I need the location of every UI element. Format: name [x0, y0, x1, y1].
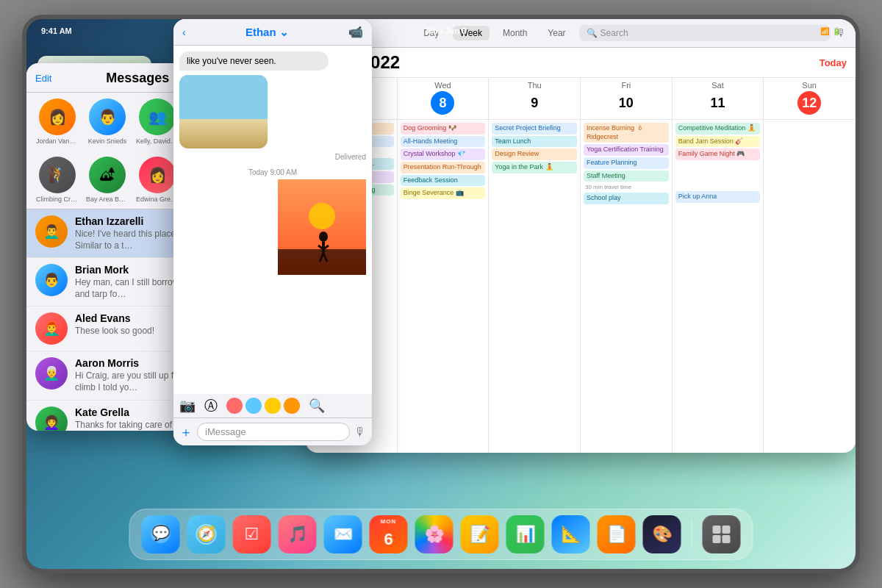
emoji-btn-1[interactable]	[226, 398, 243, 414]
dock-mail[interactable]: ✉️	[324, 515, 362, 553]
dock-pages[interactable]: 📄	[598, 515, 636, 553]
msg-name-aaron: Aaron Morris	[75, 357, 139, 369]
cal-col-sat: Sat 11	[673, 78, 764, 119]
dock-photos[interactable]: 🌸	[415, 515, 453, 553]
avatar-jordan[interactable]: 👩 Jordan Vandran…	[35, 98, 79, 145]
emoji-btn-3[interactable]	[265, 398, 281, 414]
chat-input-bar: ＋ iMessage 🎙	[173, 417, 372, 445]
svg-rect-14	[723, 526, 731, 534]
status-icons: 📶 🔋	[820, 27, 841, 35]
chat-toolbar: 📷 Ⓐ 🔍	[173, 394, 372, 417]
svg-rect-16	[723, 535, 731, 543]
event-family-game[interactable]: Family Game Night 🎮	[675, 148, 761, 160]
avatar-kelly-name: Kelly, David &…	[136, 137, 179, 145]
event-band-jam[interactable]: Band Jam Session 🎸	[675, 136, 761, 148]
ipad-frame: 9:41 AM Mon Jun 6 📶 🔋 🗺️ Files Recent ▸ …	[22, 15, 860, 573]
avatar-climbing-name: Climbing Crew	[36, 196, 79, 203]
avatar-climbing[interactable]: 🧗 Climbing Crew	[35, 157, 79, 203]
cal-col-thu: Thu 9	[489, 78, 581, 119]
event-feedback[interactable]: Feedback Session	[401, 175, 486, 187]
dock-notes[interactable]: 📝	[461, 515, 499, 553]
cal-col-wed: Wed 8	[398, 78, 490, 119]
bubble-received-1: like you've never seen.	[179, 51, 329, 71]
chat-window: ‹ Ethan ⌄ 📹 like you've never seen. Deli…	[173, 19, 372, 445]
emoji-btn-4[interactable]	[284, 398, 300, 414]
cal-col-sun: Sun 12	[764, 78, 856, 119]
chat-landscape-image	[179, 75, 268, 148]
svg-rect-2	[278, 249, 366, 275]
chat-silhouette-photo	[278, 179, 366, 275]
cal-col-fri: Fri 10	[581, 78, 673, 119]
status-time: 9:41 AM	[41, 26, 72, 35]
dock-safari[interactable]: 🧭	[187, 515, 226, 553]
dock-music[interactable]: 🎵	[279, 515, 317, 553]
cal-events-fri: Incense Burning 🕯 Ridgecrest Yoga Certif…	[581, 120, 673, 453]
edit-button[interactable]: Edit	[35, 73, 51, 84]
avatar-kelly[interactable]: 👥 Kelly, David &…	[135, 98, 179, 145]
svg-text:🧭: 🧭	[197, 525, 215, 542]
cal-events-wed: Dog Grooming 🐶 All-Hands Meeting Crystal…	[398, 120, 490, 453]
event-yoga-park[interactable]: Yoga in the Park 🧘	[492, 162, 577, 173]
mic-icon[interactable]: 🎙	[354, 426, 366, 439]
svg-rect-13	[713, 526, 721, 534]
svg-point-1	[309, 203, 335, 229]
event-allhands[interactable]: All-Hands Meeting	[401, 136, 486, 148]
event-secret-project[interactable]: Secret Project Briefing	[492, 123, 577, 135]
dock-procreate[interactable]: 🎨	[643, 515, 681, 553]
dock-keynote[interactable]: 📐	[552, 515, 590, 553]
message-input[interactable]: iMessage	[197, 423, 350, 441]
avatar-edwina[interactable]: 👩 Edwina Green…	[135, 157, 179, 203]
calendar-title: June 2022	[315, 52, 820, 73]
avatar-kevin-name: Kevin Snieds	[88, 137, 127, 145]
apps-icon[interactable]: Ⓐ	[204, 397, 218, 415]
event-staff-meeting[interactable]: Staff Meeting	[584, 171, 669, 182]
calendar-window: ✉️ 📥 ≡ ＋ Day Week Month Year 🔍 Search 🎙	[306, 19, 856, 453]
dock: 💬 🧭 ☑ 🎵 ✉️ MON 6 🌸 📝	[129, 509, 753, 560]
dock-messages[interactable]: 💬	[142, 515, 180, 553]
event-design-review[interactable]: Design Review	[492, 148, 577, 160]
event-yoga-cert[interactable]: Yoga Certification Training	[584, 144, 669, 156]
dock-calendar[interactable]: MON 6	[370, 515, 408, 553]
delivered-status: Delivered	[179, 153, 366, 161]
battery-icon: 🔋	[832, 27, 841, 35]
event-binge[interactable]: Binge Severance 📺	[401, 187, 486, 199]
search-apps-icon[interactable]: 🔍	[309, 398, 325, 414]
event-presentation[interactable]: Presentation Run-Through	[401, 162, 486, 173]
messages-title: Messages	[106, 71, 169, 86]
calendar-days-header: Tue 7 Wed 8 Thu 9 Fri 10	[306, 78, 856, 120]
travel-time-2: 30 min travel time	[584, 183, 669, 191]
avatar-edwina-name: Edwina Green…	[136, 196, 179, 203]
msg-name-brian: Brian Mork	[75, 264, 129, 276]
msg-name-ethan: Ethan Izzarelli	[75, 215, 143, 227]
event-school-play[interactable]: School play	[584, 193, 669, 204]
dock-multitask[interactable]	[703, 515, 741, 553]
event-competitive-med[interactable]: Competitive Meditation 🧘	[675, 123, 761, 135]
event-team-lunch[interactable]: Team Lunch	[492, 136, 577, 148]
dock-numbers[interactable]: 📊	[506, 515, 545, 553]
dock-reminders[interactable]: ☑	[233, 515, 271, 553]
svg-rect-15	[713, 535, 721, 543]
calendar-header: June 2022 Today	[306, 48, 856, 78]
event-dog-grooming[interactable]: Dog Grooming 🐶	[401, 123, 486, 135]
plus-icon[interactable]: ＋	[179, 423, 193, 441]
status-date: Mon Jun 6	[426, 26, 466, 35]
dock-divider	[692, 520, 692, 549]
status-bar: 9:41 AM Mon Jun 6 📶 🔋	[26, 24, 856, 38]
event-pickup-anna[interactable]: Pick up Anna	[675, 191, 761, 203]
event-incense[interactable]: Incense Burning 🕯 Ridgecrest	[584, 123, 669, 143]
event-crystal[interactable]: Crystal Workshop 💎	[401, 148, 486, 160]
chat-timestamp: Today 9:00 AM	[179, 168, 366, 176]
ipad-screen: 9:41 AM Mon Jun 6 📶 🔋 🗺️ Files Recent ▸ …	[26, 19, 856, 569]
camera-icon[interactable]: 📷	[179, 398, 196, 414]
wifi-icon: 📶	[820, 27, 829, 35]
event-feature-planning[interactable]: Feature Planning	[584, 157, 669, 169]
today-button[interactable]: Today	[820, 57, 847, 68]
avatar-bayarea[interactable]: 🏕 Bay Area Budd…	[85, 157, 129, 203]
chat-messages: like you've never seen. Delivered Today …	[173, 46, 372, 394]
msg-name-kate: Kate Grella	[75, 406, 129, 418]
avatar-kevin[interactable]: 👨 Kevin Snieds	[85, 98, 129, 145]
cal-events-sat: Competitive Meditation 🧘 Band Jam Sessio…	[673, 120, 764, 453]
emoji-btn-2[interactable]	[245, 398, 262, 414]
msg-name-aled: Aled Evans	[75, 312, 130, 324]
svg-text:💬: 💬	[151, 524, 170, 542]
